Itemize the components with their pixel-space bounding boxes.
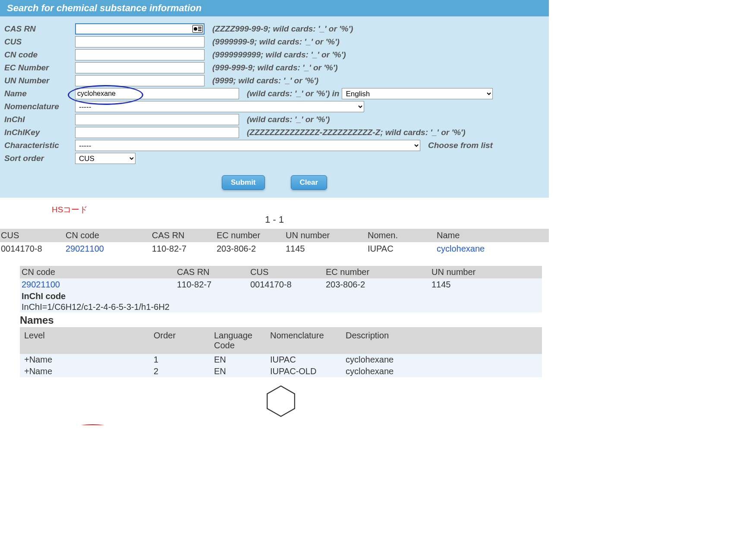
ncell-order: 2 bbox=[149, 366, 210, 377]
col-name: Name bbox=[436, 229, 548, 242]
name-hint: (wild cards: '_' or '%') in bbox=[247, 89, 339, 98]
col-cas: CAS RN bbox=[151, 229, 216, 242]
cell-ec: 203-806-2 bbox=[216, 242, 285, 256]
ncell-lang: EN bbox=[210, 354, 266, 366]
results-row: 0014170-8 29021100 110-82-7 203-806-2 11… bbox=[0, 242, 549, 256]
cell-nomen: IUPAC bbox=[367, 242, 436, 256]
cell-name-link[interactable]: cyclohexane bbox=[436, 242, 548, 256]
ncell-desc: cyclohexane bbox=[341, 354, 454, 366]
dcol-cas: CAS RN bbox=[175, 266, 249, 278]
nomenclature-select[interactable]: ----- bbox=[75, 101, 364, 112]
col-ec: EC number bbox=[216, 229, 285, 242]
ncol-lang: Language Code bbox=[210, 327, 266, 354]
cn-label: CN code bbox=[4, 50, 72, 60]
ncol-level: Level bbox=[20, 327, 149, 354]
ncell-nomen: IUPAC bbox=[266, 354, 341, 366]
un-hint: (9999; wild cards: '_' or '%') bbox=[212, 76, 318, 85]
contact-card-icon[interactable] bbox=[192, 25, 203, 33]
dcol-cn: CN code bbox=[20, 266, 175, 278]
ncell-level: +Name bbox=[20, 366, 149, 377]
ncell-order: 1 bbox=[149, 354, 210, 366]
svg-marker-0 bbox=[267, 386, 295, 416]
names-header-row: Level Order Language Code Nomenclature D… bbox=[20, 327, 542, 354]
col-un: UN number bbox=[285, 229, 367, 242]
submit-button[interactable]: Submit bbox=[222, 175, 265, 190]
dcell-cus: 0014170-8 bbox=[249, 278, 324, 291]
ncol-order: Order bbox=[149, 327, 210, 354]
ncol-nomen: Nomenclature bbox=[266, 327, 341, 354]
characteristic-select[interactable]: ----- bbox=[75, 140, 420, 151]
inchi-code-value: InChI=1/C6H12/c1-2-4-6-5-3-1/h1-6H2 bbox=[20, 302, 542, 312]
dcell-un: 1145 bbox=[430, 278, 538, 291]
inchikey-label: InChIKey bbox=[4, 128, 72, 137]
inchikey-input[interactable] bbox=[75, 127, 239, 138]
cus-hint: (9999999-9; wild cards: '_' or '%') bbox=[212, 37, 340, 47]
col-cus: CUS bbox=[0, 229, 65, 242]
dcol-cus: CUS bbox=[249, 266, 324, 278]
language-select[interactable]: English bbox=[342, 88, 493, 99]
cus-label: CUS bbox=[4, 37, 72, 47]
ncell-level: +Name bbox=[20, 354, 149, 366]
name-input[interactable] bbox=[75, 88, 239, 99]
dcol-un: UN number bbox=[430, 266, 538, 278]
cn-hint: (9999999999; wild cards: '_' or '%') bbox=[212, 50, 346, 60]
name-label: Name bbox=[4, 89, 72, 98]
result-count: 1 - 1 bbox=[0, 214, 549, 225]
ec-label: EC Number bbox=[4, 63, 72, 73]
ncell-lang: EN bbox=[210, 366, 266, 377]
names-title: Names bbox=[20, 314, 542, 326]
cell-cas: 110-82-7 bbox=[151, 242, 216, 256]
ncell-desc: cyclohexane bbox=[341, 366, 454, 377]
inchi-input[interactable] bbox=[75, 114, 239, 125]
dcell-cn-link[interactable]: 29021100 bbox=[20, 278, 175, 291]
dcell-ec: 203-806-2 bbox=[324, 278, 430, 291]
detail-row: 29021100 110-82-7 0014170-8 203-806-2 11… bbox=[20, 278, 542, 291]
page-title: Search for chemical substance informatio… bbox=[0, 0, 549, 16]
cn-input[interactable] bbox=[75, 49, 205, 60]
nomenclature-label: Nomenclature bbox=[4, 102, 72, 111]
dcol-ec: EC number bbox=[324, 266, 430, 278]
cas-rn-label: CAS RN bbox=[4, 24, 72, 34]
un-input[interactable] bbox=[75, 75, 205, 86]
results-section: 1 - 1 CUS CN code CAS RN EC number UN nu… bbox=[0, 198, 549, 417]
names-row: +Name 2 EN IUPAC-OLD cyclohexane bbox=[20, 366, 542, 377]
sort-select[interactable]: CUS bbox=[75, 153, 135, 164]
sort-label: Sort order bbox=[4, 154, 72, 163]
cas-rn-hint: (ZZZZ999-99-9; wild cards: '_' or '%') bbox=[212, 24, 353, 34]
ncol-desc: Description bbox=[341, 327, 454, 354]
cell-un: 1145 bbox=[285, 242, 367, 256]
search-form: CAS RN (ZZZZ999-99-9; wild cards: '_' or… bbox=[0, 16, 549, 198]
molecule-structure-icon bbox=[20, 385, 542, 417]
detail-block: CN code CAS RN CUS EC number UN number 2… bbox=[20, 266, 542, 417]
names-row: +Name 1 EN IUPAC cyclohexane bbox=[20, 354, 542, 366]
inchi-hint: (wild cards: '_' or '%') bbox=[247, 115, 330, 124]
inchikey-hint: (ZZZZZZZZZZZZZZ-ZZZZZZZZZZ-Z; wild cards… bbox=[247, 128, 466, 137]
inchi-label: InChI bbox=[4, 115, 72, 124]
col-nomen: Nomen. bbox=[367, 229, 436, 242]
annotation-circle-cn-code bbox=[59, 424, 126, 425]
results-header-row: CUS CN code CAS RN EC number UN number N… bbox=[0, 229, 549, 242]
inchi-code-label: InChI code bbox=[20, 291, 542, 302]
cell-cus: 0014170-8 bbox=[0, 242, 65, 256]
cas-rn-input[interactable] bbox=[75, 23, 205, 35]
detail-header-row: CN code CAS RN CUS EC number UN number bbox=[20, 266, 542, 278]
col-cn: CN code bbox=[65, 229, 151, 242]
ec-input[interactable] bbox=[75, 62, 205, 73]
ec-hint: (999-999-9; wild cards: '_' or '%') bbox=[212, 63, 338, 73]
cus-input[interactable] bbox=[75, 36, 205, 47]
cell-cn-link[interactable]: 29021100 bbox=[65, 242, 151, 256]
dcell-cas: 110-82-7 bbox=[175, 278, 249, 291]
un-label: UN Number bbox=[4, 76, 72, 85]
clear-button[interactable]: Clear bbox=[291, 175, 328, 190]
ncell-nomen: IUPAC-OLD bbox=[266, 366, 341, 377]
characteristic-hint: Choose from list bbox=[428, 141, 493, 150]
characteristic-label: Characteristic bbox=[4, 141, 72, 150]
